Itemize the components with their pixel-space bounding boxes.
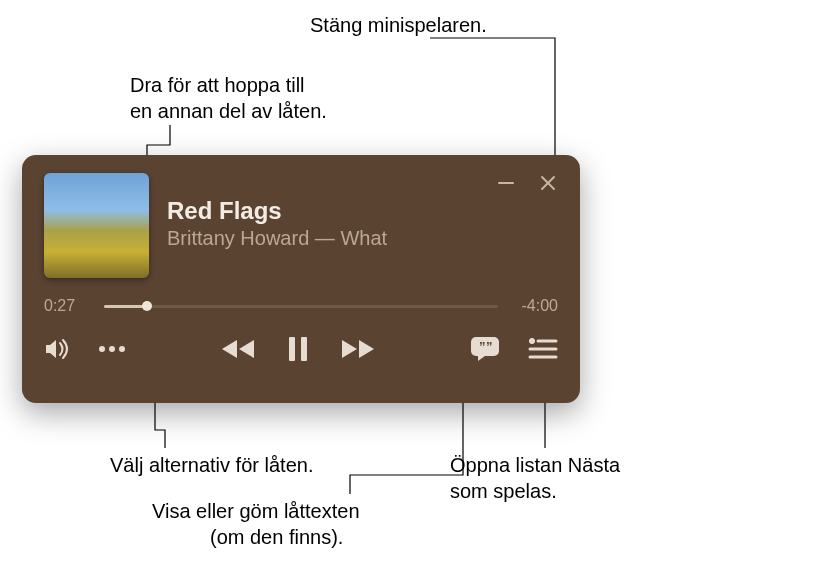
volume-button[interactable] (44, 338, 70, 360)
minimize-button[interactable] (496, 175, 516, 195)
callout-more: Välj alternativ för låten. (110, 452, 313, 479)
callout-lyrics-l1: Visa eller göm låttexten (152, 498, 360, 525)
queue-icon (528, 338, 558, 360)
svg-text:”: ” (486, 339, 493, 354)
svg-rect-7 (301, 337, 307, 361)
song-title: Red Flags (167, 197, 478, 225)
elapsed-time: 0:27 (44, 297, 90, 315)
pause-icon (288, 336, 308, 362)
more-icon (98, 341, 126, 357)
forward-icon (340, 338, 376, 360)
callout-scrub-l1: Dra för att hoppa till (130, 72, 305, 99)
queue-button[interactable] (528, 338, 558, 360)
scrubber-fill (104, 305, 147, 308)
scrubber-playhead[interactable] (142, 301, 152, 311)
artist-line: Brittany Howard — What (167, 227, 478, 250)
pause-button[interactable] (288, 336, 308, 362)
svg-rect-6 (289, 337, 295, 361)
minimize-icon (497, 174, 515, 196)
lyrics-icon: ” ” (470, 336, 500, 362)
album-art[interactable] (44, 173, 149, 278)
forward-button[interactable] (340, 338, 376, 360)
rewind-icon (220, 338, 256, 360)
controls-row: ” ” (44, 336, 558, 362)
window-controls (496, 175, 558, 195)
rewind-button[interactable] (220, 338, 256, 360)
svg-point-5 (119, 346, 125, 352)
scrubber[interactable] (104, 296, 498, 316)
callout-close: Stäng minispelaren. (310, 12, 487, 39)
svg-point-14 (529, 338, 534, 343)
close-icon (539, 174, 557, 196)
callout-scrub-l2: en annan del av låten. (130, 98, 327, 125)
callout-lyrics-l2: (om den finns). (210, 524, 343, 551)
transport-controls (220, 336, 376, 362)
callout-queue-l1: Öppna listan Nästa (450, 452, 620, 479)
svg-text:”: ” (479, 339, 486, 354)
remaining-time: -4:00 (512, 297, 558, 315)
svg-point-4 (109, 346, 115, 352)
callout-queue-l2: som spelas. (450, 478, 557, 505)
volume-icon (44, 338, 70, 360)
lyrics-button[interactable]: ” ” (470, 336, 500, 362)
player-top-row: Red Flags Brittany Howard — What (44, 173, 558, 278)
miniplayer: Red Flags Brittany Howard — What 0:27 (22, 155, 580, 403)
svg-point-3 (99, 346, 105, 352)
title-block: Red Flags Brittany Howard — What (167, 197, 478, 250)
progress-row: 0:27 -4:00 (44, 296, 558, 316)
scrubber-track (104, 305, 498, 308)
more-button[interactable] (98, 341, 126, 357)
close-button[interactable] (538, 175, 558, 195)
